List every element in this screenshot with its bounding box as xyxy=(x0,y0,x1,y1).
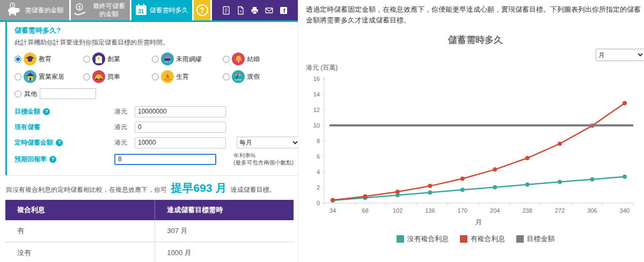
svg-text:8: 8 xyxy=(317,138,320,144)
goal-wedding[interactable]: 結婚 xyxy=(223,53,295,65)
help-button[interactable]: ? xyxy=(194,0,210,20)
svg-text:204: 204 xyxy=(490,207,500,214)
tab-label: 儲蓄需時多久 xyxy=(150,6,188,14)
calculator-panel: 需儲蓄的金額 $ 最終可儲蓄的金額 31 儲蓄需時多久 xyxy=(0,0,298,262)
regular-savings-label: 定時儲蓄金額 ? xyxy=(14,138,114,147)
current-savings-label: 現有儲蓄 xyxy=(14,123,114,132)
graduation-cap-icon xyxy=(24,53,36,65)
expected-return-row: 預期回報率 ? 年利率% (最多可包含兩個小數點) xyxy=(14,152,295,166)
rocking-horse-icon: ♞ xyxy=(161,70,174,83)
other-label: 其他 xyxy=(24,89,37,99)
rain-cloud-icon xyxy=(161,53,174,65)
facebook-icon[interactable]: f xyxy=(279,6,288,15)
svg-text:238: 238 xyxy=(522,207,532,214)
chart-title: 儲蓄需時多久 xyxy=(306,34,644,46)
section-divider xyxy=(0,175,298,176)
chart-panel: 透過定時儲蓄固定金額，在複息效應下，你便能更早達成心願，實現儲蓄目標。下列圖表列… xyxy=(298,0,644,262)
svg-text:4: 4 xyxy=(317,169,320,175)
svg-text:340: 340 xyxy=(620,207,630,214)
rate-note: 年利率% (最多可包含兩個小數點) xyxy=(229,152,295,166)
shirt-tie-icon xyxy=(92,53,105,65)
car-icon xyxy=(92,70,105,83)
goal-other: 其他 xyxy=(14,88,295,99)
tab-how-long[interactable]: 31 儲蓄需時多久 xyxy=(131,0,192,20)
wedding-bell-icon xyxy=(232,53,245,65)
calculator-form: 儲蓄需時多久? 此計算機助你計算要達到你指定儲蓄目標的所需時間。 教育 創業 xyxy=(5,22,298,175)
document-export-icon[interactable] xyxy=(222,6,231,15)
hand-coin-icon: $ xyxy=(73,2,87,18)
svg-text:170: 170 xyxy=(458,207,467,214)
help-icon[interactable]: ? xyxy=(43,108,50,115)
currency-label: 港元 xyxy=(114,138,135,147)
svg-text:$: $ xyxy=(78,5,80,10)
svg-text:f: f xyxy=(283,8,286,14)
goal-car[interactable]: 買車 xyxy=(83,70,152,83)
envelope-icon[interactable] xyxy=(265,6,274,15)
radio-baby[interactable] xyxy=(152,73,159,80)
legend-item: 沒有複合利息 xyxy=(397,234,449,244)
table-cell: 1000 月 xyxy=(155,242,294,262)
form-subtitle: 此計算機助你計算要達到你指定儲蓄目標的所需時間。 xyxy=(14,38,295,47)
goal-baby[interactable]: ♞ 生育 xyxy=(152,70,223,83)
pdf-icon[interactable]: A xyxy=(236,6,245,15)
svg-text:16: 16 xyxy=(313,76,320,82)
help-icon[interactable]: ? xyxy=(49,156,56,163)
table-cell: 沒有 xyxy=(5,242,155,262)
house-icon xyxy=(24,70,36,83)
goal-startup[interactable]: 創業 xyxy=(83,53,152,65)
result-highlight: 提早693 月 xyxy=(171,182,226,194)
svg-text:272: 272 xyxy=(555,207,565,214)
legend-swatch xyxy=(397,235,404,243)
expected-return-input[interactable] xyxy=(114,154,216,165)
regular-savings-row: 定時儲蓄金額 ? 港元 每月 xyxy=(14,137,295,148)
radio-rainy-day[interactable] xyxy=(152,56,159,63)
svg-text:2: 2 xyxy=(317,184,320,191)
svg-text:♞: ♞ xyxy=(165,73,170,79)
help-icon[interactable]: ? xyxy=(56,139,63,146)
table-cell: 有 xyxy=(5,220,155,242)
tab-final-savings[interactable]: $ 最終可儲蓄的金額 xyxy=(71,0,130,20)
goal-education[interactable]: 教育 xyxy=(14,53,83,65)
goal-options: 教育 創業 未雨綢繆 xyxy=(14,53,295,83)
radio-home[interactable] xyxy=(14,73,21,80)
tab-amount-needed[interactable]: 需儲蓄的金額 xyxy=(0,0,69,20)
radio-car[interactable] xyxy=(83,73,90,80)
question-mark-icon: ? xyxy=(196,4,208,16)
calendar-31-icon: 31 xyxy=(136,5,147,15)
svg-text:A: A xyxy=(239,10,241,13)
share-toolbar: A f xyxy=(212,0,298,20)
savings-calculator-app: 需儲蓄的金額 $ 最終可儲蓄的金額 31 儲蓄需時多久 xyxy=(0,0,644,262)
target-amount-label: 目標金額 ? xyxy=(14,107,114,116)
svg-text:136: 136 xyxy=(425,207,435,214)
radio-education[interactable] xyxy=(14,56,21,63)
current-savings-input[interactable] xyxy=(135,122,226,133)
comparison-table: 複合利息 達成儲蓄目標需時 有 307 月 沒有 1000 月 提早693 月 xyxy=(5,200,294,262)
chart-unit-select[interactable]: 月 xyxy=(596,49,644,61)
current-savings-row: 現有儲蓄 港元 xyxy=(14,121,295,133)
radio-wedding[interactable] xyxy=(223,56,230,63)
printer-icon[interactable] xyxy=(250,6,259,15)
regular-savings-input[interactable] xyxy=(135,137,226,148)
legend-swatch xyxy=(516,235,524,243)
svg-text:14: 14 xyxy=(313,91,320,98)
legend-item: 有複合利息 xyxy=(460,234,506,244)
svg-text:0: 0 xyxy=(317,200,320,206)
other-goal-input[interactable] xyxy=(40,88,96,99)
svg-text:12: 12 xyxy=(313,107,320,113)
radio-vacation[interactable] xyxy=(223,73,230,80)
legend-swatch xyxy=(460,235,467,243)
radio-other[interactable] xyxy=(14,91,21,98)
svg-text:306: 306 xyxy=(587,207,597,214)
target-amount-row: 目標金額 ? 港元 xyxy=(14,106,295,117)
goal-rainy-day[interactable]: 未雨綢繆 xyxy=(152,53,223,65)
goal-home[interactable]: 置業家居 xyxy=(14,70,83,83)
radio-startup[interactable] xyxy=(83,56,90,63)
currency-label: 港元 xyxy=(114,107,135,116)
chart-legend: 沒有複合利息有複合利息目標金額 xyxy=(306,234,644,244)
target-amount-input[interactable] xyxy=(135,106,226,117)
frequency-select[interactable]: 每月 xyxy=(237,137,300,148)
legend-item: 目標金額 xyxy=(516,234,555,244)
goal-vacation[interactable]: 渡假 xyxy=(223,70,295,83)
y-axis-unit-label: 港元 (百萬) xyxy=(306,63,644,72)
beach-umbrella-icon xyxy=(232,70,245,83)
